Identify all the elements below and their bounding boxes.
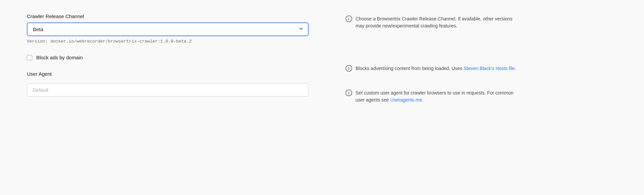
- block-ads-info-text: Blocks advertising content from being lo…: [356, 65, 516, 72]
- svg-point-1: [348, 17, 349, 18]
- crawler-release-label: Crawler Release Channel: [27, 13, 339, 19]
- svg-point-5: [348, 91, 349, 92]
- user-agent-input[interactable]: [27, 83, 309, 96]
- crawler-release-info-text: Choose a Browsertrix Crawler Release Cha…: [356, 15, 517, 29]
- useragents-link[interactable]: Useragents.me: [390, 97, 422, 103]
- info-icon-3: [345, 89, 352, 96]
- block-ads-info: Blocks advertising content from being lo…: [339, 65, 617, 72]
- info-spacer-2: [339, 72, 617, 89]
- info-icon-2: [345, 65, 352, 72]
- user-agent-info: Set custom user agent for crawler browse…: [339, 89, 617, 104]
- version-text: Version: docker.io/webrecorder/browsertr…: [27, 39, 339, 44]
- crawler-release-select-wrapper: Default Beta Stable: [27, 22, 309, 36]
- crawler-release-info: Choose a Browsertrix Crawler Release Cha…: [339, 15, 617, 29]
- form-section: Crawler Release Channel Default Beta Sta…: [27, 13, 339, 104]
- user-agent-label: User Agent: [27, 71, 339, 77]
- user-agent-info-text: Set custom user agent for crawler browse…: [356, 89, 517, 104]
- page-container: Crawler Release Channel Default Beta Sta…: [27, 13, 617, 104]
- user-agent-group: User Agent: [27, 71, 339, 96]
- block-ads-label[interactable]: Block ads by domain: [36, 55, 83, 60]
- info-spacer-1: [339, 29, 617, 65]
- crawler-release-select[interactable]: Default Beta Stable: [27, 22, 309, 36]
- steven-black-link[interactable]: Steven Black's Hosts file: [464, 66, 515, 71]
- svg-point-3: [348, 67, 349, 68]
- info-icon: [345, 15, 352, 22]
- info-section: Choose a Browsertrix Crawler Release Cha…: [339, 13, 617, 104]
- block-ads-checkbox[interactable]: [27, 55, 32, 60]
- block-ads-group: Block ads by domain: [27, 55, 339, 60]
- crawler-release-field-group: Crawler Release Channel Default Beta Sta…: [27, 13, 339, 44]
